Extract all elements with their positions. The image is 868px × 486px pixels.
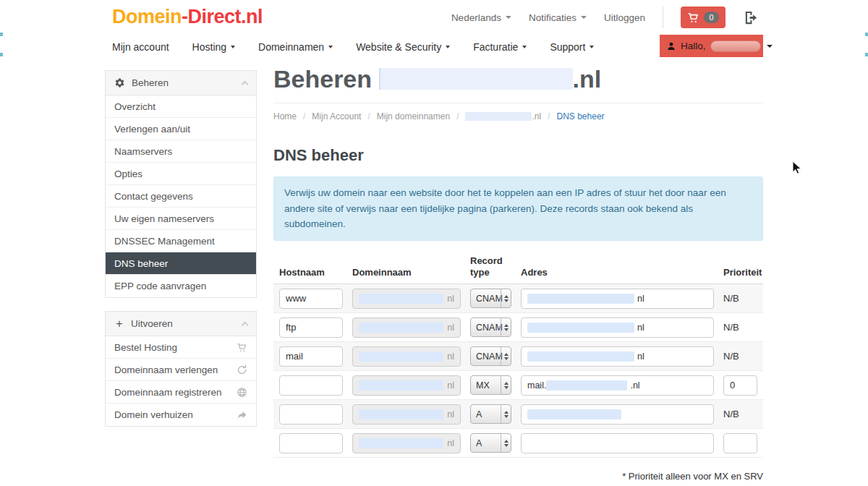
sidebar-item-domeinnaam-registreren[interactable]: Domeinnaam registreren (106, 381, 256, 404)
nav-domeinnamen[interactable]: Domeinnamen (258, 41, 333, 53)
col-header-hostnaam: Hostnaam (273, 267, 346, 278)
sidebar-item-overzicht[interactable]: Overzicht (106, 95, 256, 118)
site-logo[interactable]: Domein-Direct.nl (112, 6, 263, 28)
exit-session-icon[interactable] (743, 9, 760, 26)
nav-label: Website & Security (356, 41, 441, 53)
sidebar-item-contact-gegevens[interactable]: Contact gegevens (106, 185, 256, 208)
address-input[interactable]: mail..nl (521, 375, 714, 396)
record-type-select[interactable]: A (470, 433, 511, 453)
priority-input[interactable] (723, 375, 757, 396)
mouse-cursor (792, 161, 803, 179)
sidebar-item-verlengen[interactable]: Verlengen aan/uit (106, 118, 256, 140)
domain-field-disabled: nl (352, 433, 461, 453)
record-type-select[interactable]: A (470, 404, 511, 424)
edge-artifact (0, 53, 3, 56)
breadcrumb-separator: / (456, 111, 459, 122)
hostname-input[interactable] (279, 375, 343, 396)
redacted-value (359, 323, 443, 333)
sidebar-item-naamservers[interactable]: Naamservers (106, 140, 256, 163)
domain-field-disabled: nl (352, 375, 461, 396)
record-type-value: MX (476, 380, 490, 391)
sidebar-item-eigen-nameservers[interactable]: Uw eigen nameservers (106, 208, 256, 230)
language-dropdown[interactable]: Nederlands (451, 12, 511, 23)
breadcrumb-domain[interactable]: .nl (465, 111, 541, 122)
address-prefix: mail. (527, 380, 546, 391)
nav-support[interactable]: Support (550, 41, 594, 53)
info-box: Verwijs uw domein naar een website door … (273, 176, 763, 241)
sidebar-item-dnssec[interactable]: DNSSEC Management (106, 230, 256, 252)
sidebar-item-label: Domeinnaam verlengen (114, 364, 218, 375)
sidebar-item-label: Opties (114, 169, 142, 179)
record-type-select[interactable]: CNAM (470, 289, 511, 308)
manage-panel-header[interactable]: Beheren (106, 71, 256, 95)
sidebar-item-domeinnaam-verlengen[interactable]: Domeinnaam verlengen (106, 359, 256, 381)
cart-button[interactable]: 0 (681, 7, 726, 28)
hostname-input[interactable] (279, 317, 343, 338)
hostname-input[interactable] (279, 404, 343, 425)
priority-footnote: * Prioriteit alleen voor MX en SRV (273, 471, 763, 482)
nav-mijn-account[interactable]: Mijn account (112, 41, 169, 53)
chevron-down-icon (231, 46, 235, 48)
address-input[interactable] (521, 404, 714, 425)
record-type-value: CNAM (476, 294, 503, 304)
dns-record-row: nl MX mail..nl (273, 371, 763, 400)
nav-hosting[interactable]: Hosting (192, 41, 235, 53)
logout-link[interactable]: Uitloggen (604, 12, 645, 23)
redacted-value (527, 409, 621, 419)
chevron-down-icon (581, 16, 587, 19)
sidebar-item-dns-beheer[interactable]: DNS beheer (106, 252, 256, 275)
record-type-select[interactable]: CNAM (470, 317, 511, 337)
plus-icon: + (114, 317, 124, 331)
priority-na-label: N/B (718, 409, 763, 419)
select-stepper-icon (501, 318, 511, 336)
record-type-select[interactable]: MX (470, 375, 511, 395)
hostname-input[interactable] (279, 289, 343, 309)
logo-part-red: -Direct.nl (182, 6, 263, 27)
top-bar: Domein-Direct.nl Nederlands Notificaties… (0, 0, 868, 35)
record-type-value: A (476, 409, 482, 419)
redacted-value (527, 323, 634, 333)
address-input[interactable]: nl (521, 346, 714, 367)
nav-website-security[interactable]: Website & Security (356, 41, 450, 53)
sidebar-item-opties[interactable]: Opties (106, 163, 256, 185)
sidebar-item-label: Uw eigen nameservers (114, 213, 214, 224)
sidebar-item-label: Contact gegevens (114, 191, 193, 202)
sidebar-item-bestel-hosting[interactable]: Bestel Hosting (106, 336, 256, 359)
chevron-down-icon (590, 46, 594, 48)
address-input[interactable] (521, 433, 714, 453)
nav-facturatie[interactable]: Facturatie (473, 41, 527, 53)
notifications-label: Notificaties (529, 12, 576, 23)
select-stepper-icon (501, 347, 511, 365)
domain-field-disabled: nl (352, 346, 461, 367)
hostname-input[interactable] (279, 346, 343, 367)
actions-panel-header[interactable]: + Uitvoeren (106, 312, 256, 336)
record-type-value: CNAM (476, 323, 503, 333)
sidebar-item-domein-verhuizen[interactable]: Domein verhuizen (106, 404, 256, 426)
sidebar-item-epp-code[interactable]: EPP code aanvragen (106, 275, 256, 297)
breadcrumb-domains[interactable]: Mijn domeinnamen (377, 111, 450, 122)
page-title: Beheren .nl (273, 65, 763, 103)
breadcrumb-domain-suffix: .nl (532, 111, 541, 122)
page-title-prefix: Beheren (273, 65, 379, 93)
manage-panel-title: Beheren (132, 77, 169, 88)
actions-panel: + Uitvoeren Bestel Hosting Domeinnaam ve… (105, 311, 257, 427)
cart-count-badge: 0 (704, 12, 718, 23)
select-stepper-icon (501, 434, 511, 452)
nav-label: Facturatie (473, 41, 518, 53)
table-header-row: Hostnaam Domeinnaam Record type Adres Pr… (273, 255, 763, 285)
record-type-select[interactable]: CNAM (470, 346, 511, 366)
breadcrumb: Home / Mijn Account / Mijn domeinnamen /… (273, 111, 763, 122)
account-menu-button[interactable]: Hallo, (660, 35, 763, 57)
hostname-input[interactable] (279, 433, 343, 453)
address-input[interactable]: nl (521, 317, 714, 338)
domain-suffix: nl (447, 438, 454, 448)
priority-input[interactable] (723, 433, 757, 453)
breadcrumb-home[interactable]: Home (273, 111, 297, 122)
address-input[interactable]: nl (521, 289, 714, 309)
notifications-dropdown[interactable]: Notificaties (529, 12, 587, 23)
sidebar-item-label: Bestel Hosting (114, 342, 177, 353)
domain-field-disabled: nl (352, 317, 461, 338)
breadcrumb-account[interactable]: Mijn Account (312, 111, 361, 122)
priority-na-label: N/B (718, 351, 763, 362)
chevron-down-icon (767, 45, 773, 48)
